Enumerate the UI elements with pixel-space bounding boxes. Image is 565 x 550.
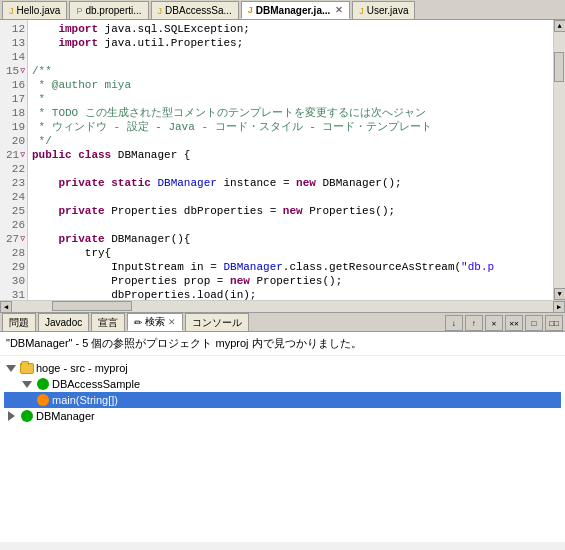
tab-javadoc[interactable]: Javadoc — [38, 313, 89, 331]
scroll-thumb[interactable] — [554, 52, 564, 82]
tree-item-main[interactable]: main(String[]) — [4, 392, 561, 408]
code-line-15: /** — [32, 64, 549, 78]
tab-sengen-label: 宣言 — [98, 316, 118, 330]
java-icon2: J — [158, 6, 163, 16]
code-line-12: import java.sql.SQLException; — [32, 22, 549, 36]
expand-button[interactable]: □ — [525, 315, 543, 331]
code-line-31: dbProperties.load(in); — [32, 288, 549, 300]
clear-button[interactable]: ✕ — [485, 315, 503, 331]
tree-label-hoge: hoge - src - myproj — [36, 362, 128, 374]
line-numbers: 12 13 14 15▽ 16 17 18 19 20 21▽ 22 23 24… — [0, 20, 28, 300]
java-icon4: J — [359, 6, 364, 16]
tree-label-dbmanager: DBManager — [36, 410, 95, 422]
nav-down-button[interactable]: ↓ — [445, 315, 463, 331]
class-icon-dbmanager — [20, 409, 34, 423]
code-line-29: InputStream in = DBManager.class.getReso… — [32, 260, 549, 274]
tab-dbprops[interactable]: P db.properti... — [69, 1, 148, 19]
bottom-toolbar: ↓ ↑ ✕ ✕✕ □ □□ — [445, 315, 563, 331]
code-line-28: try{ — [32, 246, 549, 260]
search-results-tree[interactable]: hoge - src - myproj DBAccessSample main(… — [0, 356, 565, 542]
code-line-19: * ウィンドウ - 設定 - Java - コード・スタイル - コード・テンプ… — [32, 120, 549, 134]
search-pencil-icon: ✏ — [134, 317, 142, 328]
tab-dbmanager[interactable]: J DBManager.ja... ✕ — [241, 1, 350, 19]
folder-icon-hoge — [20, 361, 34, 375]
class-icon-dbaccesssample — [36, 377, 50, 391]
tab-kensaku[interactable]: ✏ 検索 ✕ — [127, 313, 183, 331]
expand-hoge-icon[interactable] — [4, 361, 18, 375]
tab-sengen[interactable]: 宣言 — [91, 313, 125, 331]
editor-vertical-scrollbar[interactable]: ▲ ▼ — [553, 20, 565, 300]
tree-label-main: main(String[]) — [52, 394, 118, 406]
java-icon: J — [9, 6, 14, 16]
method-icon-main — [36, 393, 50, 407]
tab-javadoc-label: Javadoc — [45, 317, 82, 328]
clear-all-button[interactable]: ✕✕ — [505, 315, 523, 331]
tree-item-dbmanager[interactable]: DBManager — [4, 408, 561, 424]
code-line-23: private static DBManager instance = new … — [32, 176, 549, 190]
props-icon: P — [76, 6, 82, 16]
tab-dbaccesssa-label: DBAccessSa... — [165, 5, 232, 16]
tab-hello-label: Hello.java — [17, 5, 61, 16]
tree-item-hoge[interactable]: hoge - src - myproj — [4, 360, 561, 376]
code-line-26 — [32, 218, 549, 232]
code-line-20: */ — [32, 134, 549, 148]
scroll-left-arrow[interactable]: ◀ — [0, 301, 12, 313]
scroll-right-arrow[interactable]: ▶ — [553, 301, 565, 313]
result-summary: "DBManager" - 5 個の参照がプロジェクト myproj 内で見つか… — [0, 332, 565, 356]
tab-userjava-label: User.java — [367, 5, 409, 16]
tree-label-dbaccesssample: DBAccessSample — [52, 378, 140, 390]
search-results-panel: "DBManager" - 5 個の参照がプロジェクト myproj 内で見つか… — [0, 332, 565, 542]
code-content[interactable]: import java.sql.SQLException; import jav… — [28, 20, 553, 300]
editor-horizontal-scrollbar: ◀ ▶ — [0, 300, 565, 312]
nav-up-button[interactable]: ↑ — [465, 315, 483, 331]
code-line-16: * @author miya — [32, 78, 549, 92]
code-line-25: private Properties dbProperties = new Pr… — [32, 204, 549, 218]
tab-dbaccesssa[interactable]: J DBAccessSa... — [151, 1, 239, 19]
code-line-21: public class DBManager { — [32, 148, 549, 162]
java-icon3: J — [248, 5, 253, 15]
code-line-18: * TODO この生成された型コメントのテンプレートを変更するには次へジャン — [32, 106, 549, 120]
tab-mondai[interactable]: 問題 — [2, 313, 36, 331]
tab-mondai-label: 問題 — [9, 316, 29, 330]
code-line-22 — [32, 162, 549, 176]
tab-hello[interactable]: J Hello.java — [2, 1, 67, 19]
bottom-tab-bar: 問題 Javadoc 宣言 ✏ 検索 ✕ コンソール ↓ ↑ ✕ ✕✕ □ □□ — [0, 312, 565, 332]
tab-kensaku-close[interactable]: ✕ — [168, 317, 176, 327]
code-line-30: Properties prop = new Properties(); — [32, 274, 549, 288]
hscroll-thumb[interactable] — [52, 301, 132, 311]
hscroll-track[interactable] — [12, 301, 553, 312]
expand-all-button[interactable]: □□ — [545, 315, 563, 331]
tab-console[interactable]: コンソール — [185, 313, 249, 331]
code-line-13: import java.util.Properties; — [32, 36, 549, 50]
editor-area: 12 13 14 15▽ 16 17 18 19 20 21▽ 22 23 24… — [0, 20, 565, 300]
code-line-17: * — [32, 92, 549, 106]
tab-dbmanager-label: DBManager.ja... — [256, 5, 330, 16]
code-line-24 — [32, 190, 549, 204]
tab-userjava[interactable]: J User.java — [352, 1, 415, 19]
editor-tab-bar: J Hello.java P db.properti... J DBAccess… — [0, 0, 565, 20]
scroll-track[interactable] — [554, 32, 565, 288]
expand-dbaccesssample-icon[interactable] — [20, 377, 34, 391]
code-line-27: private DBManager(){ — [32, 232, 549, 246]
scroll-up-arrow[interactable]: ▲ — [554, 20, 566, 32]
tab-console-label: コンソール — [192, 316, 242, 330]
expand-dbmanager-icon[interactable] — [4, 409, 18, 423]
tab-kensaku-label: 検索 — [145, 315, 165, 329]
tab-dbprops-label: db.properti... — [85, 5, 141, 16]
tab-dbmanager-close[interactable]: ✕ — [335, 5, 343, 15]
tree-item-dbaccesssample[interactable]: DBAccessSample — [4, 376, 561, 392]
scroll-down-arrow[interactable]: ▼ — [554, 288, 566, 300]
code-line-14 — [32, 50, 549, 64]
